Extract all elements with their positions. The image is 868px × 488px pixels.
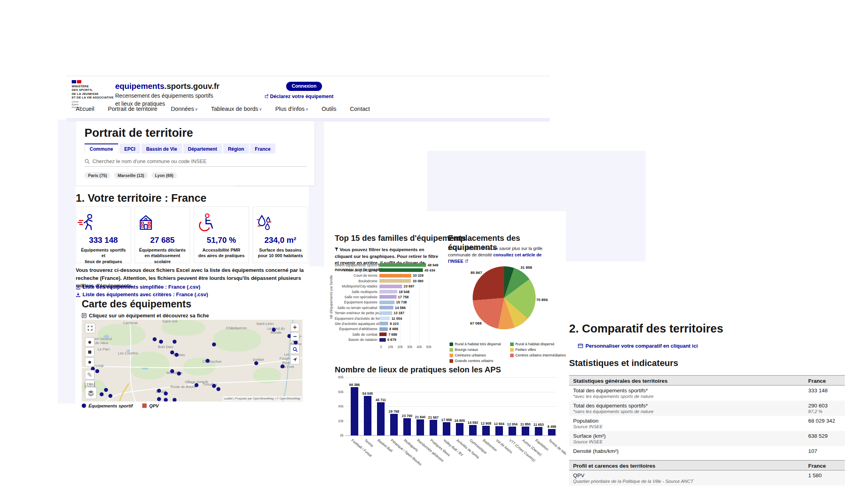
equipment-marker[interactable] — [254, 361, 258, 365]
equipment-marker[interactable] — [212, 384, 216, 388]
equipment-marker[interactable] — [173, 398, 177, 401]
nav-item-contact[interactable]: Contact — [350, 106, 370, 112]
map-draw-marker-button[interactable]: ● — [85, 337, 94, 347]
equipment-marker[interactable] — [95, 369, 99, 373]
tab-d-partement[interactable]: Département — [183, 144, 222, 153]
equipment-marker[interactable] — [157, 397, 161, 401]
equipment-marker[interactable] — [194, 383, 198, 387]
equipment-marker[interactable] — [108, 394, 112, 398]
chip-suggestion[interactable]: Paris (75) — [84, 172, 110, 179]
aps-bar[interactable] — [364, 396, 371, 435]
nav-item-donn-es[interactable]: Données — [171, 106, 198, 112]
aps-bar[interactable] — [403, 418, 411, 435]
equipment-marker[interactable] — [170, 369, 174, 373]
declare-equipment-link[interactable]: Déclarez votre équipement — [264, 94, 334, 99]
aps-bar[interactable] — [443, 422, 450, 435]
equipment-marker[interactable] — [170, 350, 174, 354]
map-layers-button[interactable] — [85, 387, 97, 399]
aps-bar[interactable] — [522, 427, 529, 435]
equipment-marker[interactable] — [281, 364, 285, 368]
aps-bar[interactable] — [430, 420, 437, 435]
map-locate-button[interactable] — [290, 355, 300, 364]
top15-bar[interactable] — [379, 322, 388, 325]
chip-suggestion[interactable]: Lyon (69) — [151, 172, 177, 179]
site-title[interactable]: equipements.sports.gouv.fr — [115, 82, 220, 91]
map-zoom-in-button[interactable]: + — [291, 323, 299, 332]
map-fullscreen-button[interactable] — [85, 323, 95, 333]
tab-epci[interactable]: EPCI — [120, 144, 140, 153]
top15-bar[interactable] — [379, 274, 411, 277]
top15-bar[interactable] — [379, 327, 388, 331]
tab-france[interactable]: France — [250, 144, 275, 153]
equipment-marker[interactable] — [212, 342, 216, 346]
aps-bar[interactable] — [390, 414, 398, 435]
top15-bar[interactable] — [379, 279, 411, 283]
row-value: 290 603 — [808, 403, 828, 409]
aps-bar[interactable] — [351, 387, 358, 435]
aps-ytick: 80k — [332, 375, 344, 379]
tab-commune[interactable]: Commune — [84, 144, 118, 153]
map-attribution[interactable]: Leaflet | Propulsé par OpenStreetMap | ©… — [222, 396, 302, 401]
equipment-marker[interactable] — [177, 372, 181, 376]
aps-value-label: 14 092 — [467, 421, 478, 425]
equipment-marker[interactable] — [294, 340, 298, 344]
equipment-marker[interactable] — [153, 337, 157, 341]
connexion-button[interactable]: Connexion — [286, 82, 322, 91]
top15-bar[interactable] — [379, 290, 397, 293]
file-link-simplifiee[interactable]: Liste des équipements simplifiée : Franc… — [76, 284, 200, 290]
map-zoom-out-button[interactable]: − — [291, 332, 299, 341]
aps-bar[interactable] — [416, 419, 424, 435]
equipment-marker[interactable] — [164, 392, 168, 396]
map-draw-circle-button[interactable]: ● — [85, 357, 94, 367]
equipment-marker[interactable] — [159, 340, 163, 344]
aps-bar[interactable] — [495, 426, 503, 435]
aps-bar[interactable] — [482, 426, 490, 435]
search-placeholder: Cherchez le nom d'une commune ou code IN… — [92, 158, 206, 164]
insee-article-link[interactable]: consultez cet article de l'INSEE — [448, 252, 542, 264]
nav-item-accueil[interactable]: Accueil — [76, 106, 94, 112]
customize-comparatif-link[interactable]: Personnaliser votre comparatif en cliqua… — [578, 343, 698, 349]
top15-bar[interactable] — [379, 301, 395, 304]
aps-bar[interactable] — [456, 423, 463, 435]
equipment-marker[interactable] — [175, 353, 179, 357]
top15-bar[interactable] — [379, 338, 386, 342]
map-draw-rect-button[interactable]: ■ — [85, 347, 94, 357]
top15-bar[interactable] — [379, 306, 393, 309]
tab-bassin-de-vie[interactable]: Bassin de Vie — [141, 144, 182, 153]
top15-bar[interactable] — [379, 295, 397, 299]
aps-bar[interactable] — [509, 427, 516, 435]
nav-item-tableaux-de-bords[interactable]: Tableaux de bords — [211, 106, 262, 112]
equipment-marker[interactable] — [100, 392, 104, 396]
equipment-marker[interactable] — [216, 387, 220, 391]
row-label: Total des équipements sportifs* — [573, 388, 648, 394]
aps-bar[interactable] — [535, 427, 542, 435]
equipment-marker[interactable] — [104, 388, 108, 392]
equipment-marker[interactable] — [272, 328, 276, 332]
top15-bar[interactable] — [379, 263, 426, 267]
tab-r-gion[interactable]: Région — [223, 144, 249, 153]
map-search-button[interactable] — [290, 344, 300, 354]
top15-bar[interactable] — [379, 285, 402, 288]
top15-bar[interactable] — [379, 268, 423, 272]
nav-item-outils[interactable]: Outils — [322, 106, 336, 112]
aps-bar[interactable] — [377, 402, 385, 435]
equipment-marker[interactable] — [157, 389, 161, 393]
equipment-marker[interactable] — [173, 340, 177, 344]
top15-bar[interactable] — [379, 333, 387, 336]
equipment-marker[interactable] — [164, 398, 168, 401]
equipment-map[interactable]: ● ■ ● ✎ + − 2 km 1 mi Leaflet | Propulsé… — [82, 320, 302, 401]
commune-search-input[interactable]: Cherchez le nom d'une commune ou code IN… — [84, 156, 307, 167]
top15-value-label: 6 679 — [387, 338, 396, 342]
top15-bar[interactable] — [379, 311, 392, 315]
chip-suggestion[interactable]: Marseille (13) — [114, 172, 148, 179]
equipment-marker[interactable] — [206, 359, 210, 363]
map-edit-button[interactable]: ✎ — [85, 370, 94, 380]
nav-item-portrait-de-territoire[interactable]: Portrait de territoire — [108, 106, 157, 112]
nav-item-plus-d-infos[interactable]: Plus d'infos — [275, 106, 308, 112]
file-link-criteres[interactable]: Liste des équipements avec critères : Fr… — [76, 291, 208, 297]
pie-chart[interactable] — [473, 266, 536, 329]
top15-bar[interactable] — [379, 317, 390, 320]
aps-bar[interactable] — [469, 425, 477, 435]
aps-bar[interactable] — [548, 429, 556, 435]
table-row: Densité (habs/km²)107 — [569, 446, 845, 457]
